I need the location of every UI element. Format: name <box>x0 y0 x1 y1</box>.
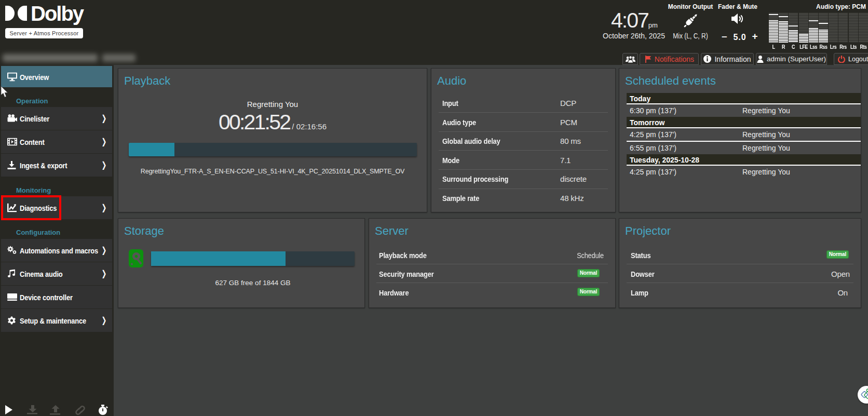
svg-text:Dolby: Dolby <box>31 6 85 25</box>
